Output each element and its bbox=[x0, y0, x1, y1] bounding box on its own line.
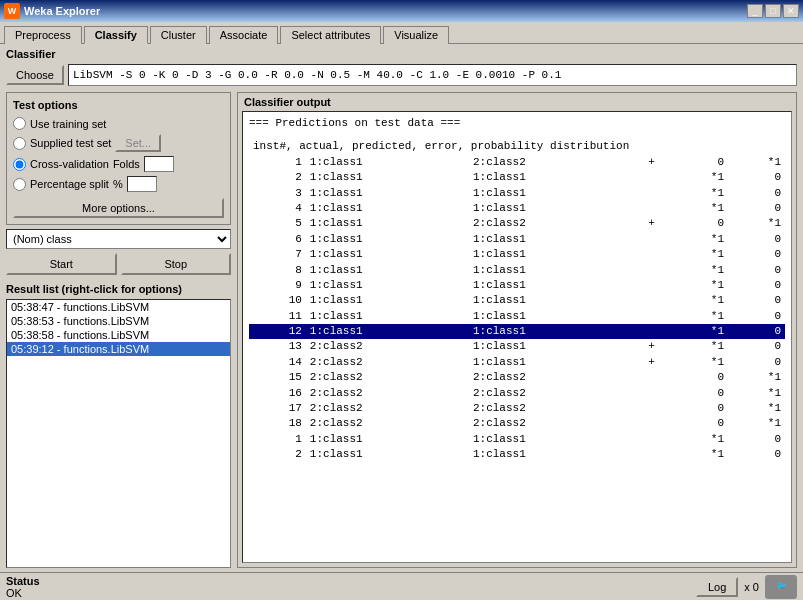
result-item[interactable]: 05:38:58 - functions.LibSVM bbox=[7, 328, 230, 342]
close-button[interactable]: ✕ bbox=[783, 4, 799, 18]
table-cell: *1 bbox=[671, 247, 728, 262]
maximize-button[interactable]: □ bbox=[765, 4, 781, 18]
tab-cluster[interactable]: Cluster bbox=[150, 26, 207, 44]
table-cell: 1:class1 bbox=[469, 355, 632, 370]
table-cell: 1:class1 bbox=[469, 278, 632, 293]
set-button[interactable]: Set... bbox=[115, 134, 161, 152]
table-cell: *1 bbox=[728, 401, 785, 416]
table-cell: 0 bbox=[728, 278, 785, 293]
radio-row-training: Use training set bbox=[13, 115, 224, 132]
percent-label: % bbox=[113, 178, 123, 190]
table-row: 91:class11:class1*10 bbox=[249, 278, 785, 293]
table-cell bbox=[632, 247, 671, 262]
output-header-row: inst#, actual, predicted, error, probabi… bbox=[249, 139, 785, 154]
table-cell: 0 bbox=[671, 416, 728, 431]
table-cell: 0 bbox=[728, 355, 785, 370]
left-panel: Test options Use training set Supplied t… bbox=[6, 92, 231, 568]
table-cell: 0 bbox=[671, 216, 728, 231]
table-row: 101:class11:class1*10 bbox=[249, 293, 785, 308]
table-cell: 1:class1 bbox=[469, 263, 632, 278]
tab-preprocess[interactable]: Preprocess bbox=[4, 26, 82, 44]
label-training[interactable]: Use training set bbox=[30, 118, 106, 130]
radio-row-supplied: Supplied test set Set... bbox=[13, 132, 224, 154]
tab-select-attributes[interactable]: Select attributes bbox=[280, 26, 381, 44]
table-cell: *1 bbox=[671, 278, 728, 293]
table-cell bbox=[632, 401, 671, 416]
table-cell: 0 bbox=[728, 232, 785, 247]
radio-training[interactable] bbox=[13, 117, 26, 130]
label-crossval[interactable]: Cross-validation bbox=[30, 158, 109, 170]
radio-supplied[interactable] bbox=[13, 137, 26, 150]
table-cell bbox=[632, 170, 671, 185]
percent-input[interactable]: 66 bbox=[127, 176, 157, 192]
output-area[interactable]: === Predictions on test data === inst#, … bbox=[242, 111, 792, 563]
table-cell: 2:class2 bbox=[469, 386, 632, 401]
more-options-button[interactable]: More options... bbox=[13, 198, 224, 218]
table-cell: 2:class2 bbox=[306, 370, 469, 385]
tab-classify[interactable]: Classify bbox=[84, 26, 148, 44]
table-cell bbox=[632, 232, 671, 247]
table-row: 61:class11:class1*10 bbox=[249, 232, 785, 247]
table-cell: 2:class2 bbox=[306, 355, 469, 370]
table-cell: *1 bbox=[671, 201, 728, 216]
title-bar-buttons: _ □ ✕ bbox=[747, 4, 799, 18]
table-row: 111:class11:class1*10 bbox=[249, 309, 785, 324]
weka-bird-icon: 🐦 bbox=[765, 575, 797, 599]
status-label: Status bbox=[6, 575, 40, 587]
table-cell: 3 bbox=[249, 186, 306, 201]
table-cell bbox=[632, 309, 671, 324]
status-section: Status OK bbox=[6, 575, 40, 599]
tab-associate[interactable]: Associate bbox=[209, 26, 279, 44]
table-cell: *1 bbox=[728, 416, 785, 431]
table-cell: 1:class1 bbox=[306, 186, 469, 201]
table-cell: 2:class2 bbox=[469, 370, 632, 385]
table-cell: 1:class1 bbox=[306, 247, 469, 262]
table-cell: 0 bbox=[728, 339, 785, 354]
table-cell: 1:class1 bbox=[469, 293, 632, 308]
radio-percentage[interactable] bbox=[13, 178, 26, 191]
table-cell: 0 bbox=[728, 324, 785, 339]
classifier-section-label: Classifier bbox=[0, 44, 803, 62]
table-cell: *1 bbox=[671, 324, 728, 339]
table-row: 21:class11:class1*10 bbox=[249, 447, 785, 462]
log-button[interactable]: Log bbox=[696, 577, 738, 597]
table-row: 21:class11:class1*10 bbox=[249, 170, 785, 185]
stop-button[interactable]: Stop bbox=[121, 253, 232, 275]
table-cell: 1:class1 bbox=[306, 324, 469, 339]
table-cell: 0 bbox=[671, 386, 728, 401]
table-row: 51:class12:class2+0*1 bbox=[249, 216, 785, 231]
radio-crossval[interactable] bbox=[13, 158, 26, 171]
class-selector[interactable]: (Nom) class bbox=[6, 229, 231, 249]
table-cell bbox=[632, 432, 671, 447]
start-button[interactable]: Start bbox=[6, 253, 117, 275]
result-item[interactable]: 05:38:47 - functions.LibSVM bbox=[7, 300, 230, 314]
table-row: 132:class21:class1+*10 bbox=[249, 339, 785, 354]
label-percentage[interactable]: Percentage split bbox=[30, 178, 109, 190]
table-cell: *1 bbox=[671, 447, 728, 462]
result-item[interactable]: 05:38:53 - functions.LibSVM bbox=[7, 314, 230, 328]
radio-row-crossval: Cross-validation Folds 5 bbox=[13, 154, 224, 174]
status-bar: Status OK Log x 0 🐦 bbox=[0, 572, 803, 600]
table-cell: 2:class2 bbox=[469, 216, 632, 231]
table-row: 162:class22:class20*1 bbox=[249, 386, 785, 401]
choose-button[interactable]: Choose bbox=[6, 65, 64, 85]
label-supplied[interactable]: Supplied test set bbox=[30, 137, 111, 149]
tab-visualize[interactable]: Visualize bbox=[383, 26, 449, 44]
folds-input[interactable]: 5 bbox=[144, 156, 174, 172]
table-cell: 0 bbox=[671, 155, 728, 170]
output-header: === Predictions on test data === bbox=[249, 116, 785, 131]
minimize-button[interactable]: _ bbox=[747, 4, 763, 18]
table-cell: 1:class1 bbox=[306, 216, 469, 231]
table-row: 142:class21:class1+*10 bbox=[249, 355, 785, 370]
table-cell: 2:class2 bbox=[469, 416, 632, 431]
table-cell: 8 bbox=[249, 263, 306, 278]
table-cell: 1 bbox=[249, 432, 306, 447]
x-display: x 0 bbox=[744, 581, 759, 593]
result-item[interactable]: 05:39:12 - functions.LibSVM bbox=[7, 342, 230, 356]
table-cell: 14 bbox=[249, 355, 306, 370]
table-row: 172:class22:class20*1 bbox=[249, 401, 785, 416]
table-cell bbox=[632, 386, 671, 401]
table-cell: 1:class1 bbox=[469, 247, 632, 262]
table-cell: 11 bbox=[249, 309, 306, 324]
table-row: 81:class11:class1*10 bbox=[249, 263, 785, 278]
